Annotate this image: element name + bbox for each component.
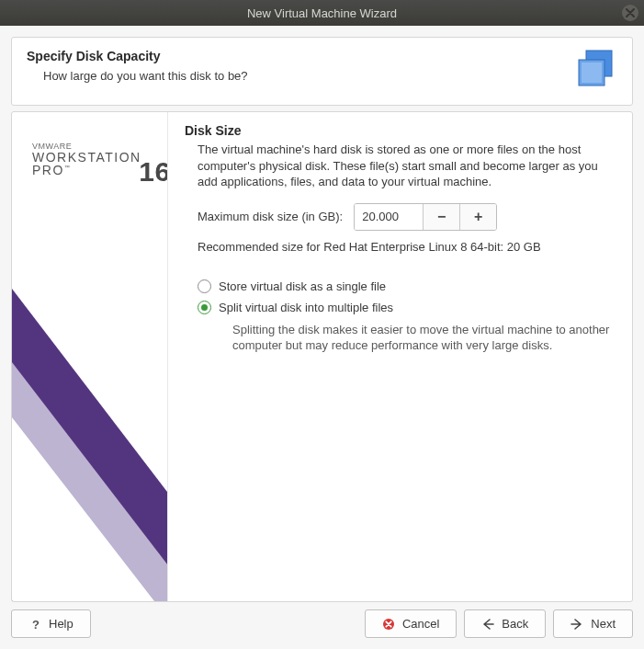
wizard-header: Specify Disk Capacity How large do you w… <box>11 37 633 106</box>
window-title: New Virtual Machine Wizard <box>247 6 397 20</box>
svg-text:?: ? <box>32 618 40 631</box>
button-label: Back <box>502 617 528 631</box>
spinner-decrement-button[interactable]: − <box>423 204 459 230</box>
button-label: Help <box>49 617 73 631</box>
disk-icon <box>573 49 617 92</box>
disk-size-spinner: − + <box>354 203 497 231</box>
close-icon <box>626 8 635 17</box>
arrow-left-icon <box>481 618 494 631</box>
radio-split-files[interactable]: Split virtual disk into multiple files <box>198 301 616 314</box>
disk-storage-radio-group: Store virtual disk as a single file Spli… <box>198 279 616 354</box>
spinner-increment-button[interactable]: + <box>459 204 496 230</box>
disk-size-row: Maximum disk size (in GB): − + <box>198 203 616 231</box>
vmware-brand: VMWARE WORKSTATION PRO™ 16 <box>32 142 141 177</box>
section-heading: Disk Size <box>185 123 616 138</box>
cancel-icon <box>382 618 395 631</box>
button-label: Cancel <box>402 617 439 631</box>
brand-line3: PRO™ <box>32 163 141 177</box>
decoration-triangle <box>12 417 154 601</box>
split-hint-text: Splitting the disk makes it easier to mo… <box>232 322 616 354</box>
radio-single-file[interactable]: Store virtual disk as a single file <box>198 279 616 293</box>
cancel-button[interactable]: Cancel <box>365 609 457 638</box>
content-pane: Disk Size The virtual machine's hard dis… <box>168 112 632 601</box>
page-subtitle: How large do you want this disk to be? <box>43 69 248 83</box>
svg-rect-2 <box>582 63 602 83</box>
arrow-right-icon <box>571 618 583 631</box>
wizard-window: Specify Disk Capacity How large do you w… <box>0 26 644 649</box>
next-button[interactable]: Next <box>553 609 633 638</box>
radio-icon <box>198 301 211 314</box>
window-close-button[interactable] <box>622 5 638 21</box>
radio-label: Store virtual disk as a single file <box>219 279 386 293</box>
section-description: The virtual machine's hard disk is store… <box>198 142 616 190</box>
help-icon: ? <box>28 618 41 631</box>
radio-label: Split virtual disk into multiple files <box>219 301 393 314</box>
titlebar: New Virtual Machine Wizard <box>0 0 644 26</box>
recommended-size-text: Recommended size for Red Hat Enterprise … <box>198 240 616 254</box>
brand-version: 16 <box>139 156 168 188</box>
button-label: Next <box>591 617 616 631</box>
max-disk-label: Maximum disk size (in GB): <box>198 210 343 223</box>
help-button[interactable]: ? Help <box>11 609 91 638</box>
disk-size-input[interactable] <box>355 204 423 230</box>
radio-icon <box>198 279 211 293</box>
page-title: Specify Disk Capacity <box>27 49 248 63</box>
back-button[interactable]: Back <box>464 609 546 638</box>
wizard-body: VMWARE WORKSTATION PRO™ 16 Disk Size The… <box>11 111 633 602</box>
branding-sidebar: VMWARE WORKSTATION PRO™ 16 <box>12 112 168 601</box>
wizard-footer: ? Help Cancel Back Next <box>11 609 633 638</box>
